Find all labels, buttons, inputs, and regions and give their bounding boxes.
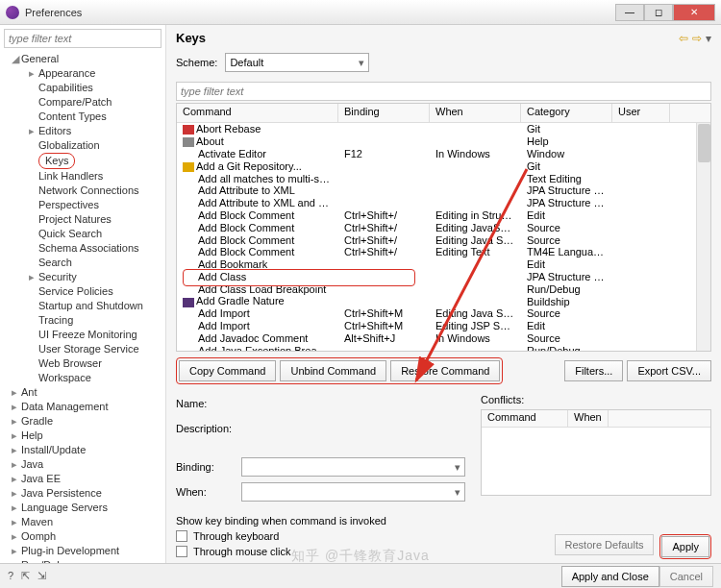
table-row[interactable]: Add Block CommentCtrl+Shift+/Editing in … — [177, 209, 710, 222]
table-row[interactable]: Add Attribute to XML and Map...JPA Struc… — [177, 197, 710, 209]
cancel-button[interactable]: Cancel — [659, 566, 713, 587]
unbind-command-button[interactable]: Unbind Command — [280, 360, 386, 381]
table-row[interactable]: Add BookmarkEdit — [177, 258, 710, 271]
table-row[interactable]: Add Block CommentCtrl+Shift+/Editing Tex… — [177, 246, 710, 258]
when-select[interactable]: ▾ — [241, 482, 465, 502]
apply-button[interactable]: Apply — [661, 536, 709, 557]
copy-command-button[interactable]: Copy Command — [179, 360, 276, 381]
description-label: Description: — [176, 423, 241, 434]
tree-item[interactable]: ◢General — [4, 52, 162, 66]
minimize-button[interactable] — [615, 4, 644, 21]
conflicts-table[interactable]: CommandWhen — [481, 409, 711, 496]
table-row[interactable]: Add a Git Repository...Git — [177, 159, 710, 172]
tree-item[interactable]: Network Connections — [4, 184, 162, 198]
tree-filter-input[interactable] — [4, 29, 162, 48]
col-binding[interactable]: Binding — [338, 104, 430, 122]
dialog-bottom-bar: ? ⇱ ⇲ Apply and Close Cancel — [0, 563, 721, 588]
close-button[interactable] — [673, 4, 715, 21]
maximize-button[interactable] — [644, 4, 673, 21]
col-category[interactable]: Category — [521, 104, 612, 122]
table-row[interactable]: Activate EditorF12In WindowsWindow — [177, 148, 710, 160]
tree-item[interactable]: Quick Search — [4, 227, 162, 241]
table-row[interactable]: Add all matches to multi-selectionText E… — [177, 172, 710, 184]
back-icon[interactable]: ⇦ — [679, 32, 688, 45]
tree-item[interactable]: Project Natures — [4, 212, 162, 227]
table-row[interactable]: Add ClassJPA Structure View — [177, 271, 710, 283]
through-mouse-checkbox[interactable] — [176, 546, 187, 557]
tree-item[interactable]: ▸Language Servers — [4, 501, 162, 515]
table-row[interactable]: Add Attribute to XMLJPA Structure View — [177, 184, 710, 197]
app-icon — [6, 6, 19, 19]
tree-item[interactable]: UI Freeze Monitoring — [4, 328, 162, 342]
export-csv-button[interactable]: Export CSV... — [627, 360, 711, 381]
scheme-label: Scheme: — [176, 57, 217, 68]
tree-item[interactable]: Link Handlers — [4, 169, 162, 184]
tree-item[interactable]: ▸Ant — [4, 385, 162, 400]
help-icon[interactable]: ? — [8, 570, 13, 582]
tree-item[interactable]: ▸Java — [4, 457, 162, 472]
restore-defaults-button[interactable]: Restore Defaults — [555, 534, 655, 555]
tree-item[interactable]: ▸Maven — [4, 515, 162, 529]
apply-and-close-button[interactable]: Apply and Close — [561, 566, 659, 587]
tree-item[interactable]: ▸Help — [4, 429, 162, 443]
scheme-select[interactable]: Default▾ — [225, 53, 369, 72]
col-user[interactable]: User — [612, 104, 670, 122]
page-title: Keys — [176, 31, 679, 45]
table-row[interactable]: Add Java Exception BreakpointRun/Debug — [177, 344, 710, 352]
tree-item[interactable]: ▸Install/Update — [4, 443, 162, 457]
table-scrollbar[interactable] — [696, 123, 710, 351]
tree-item[interactable]: Schema Associations — [4, 241, 162, 256]
filters-button[interactable]: Filters... — [564, 360, 623, 381]
table-row[interactable]: Add Block CommentCtrl+Shift+/Editing Jav… — [177, 233, 710, 246]
tree-item[interactable]: Startup and Shutdown — [4, 299, 162, 313]
table-row[interactable]: Add Javadoc CommentAlt+Shift+JIn Windows… — [177, 332, 710, 345]
tree-item[interactable]: ▸Gradle — [4, 414, 162, 429]
tree-item[interactable]: Tracing — [4, 313, 162, 328]
col-when[interactable]: When — [430, 104, 521, 122]
keys-table[interactable]: Command Binding When Category User Abort… — [176, 103, 711, 352]
through-keyboard-checkbox[interactable] — [176, 530, 187, 542]
tree-item[interactable]: ▸Java Persistence — [4, 486, 162, 501]
tree-item[interactable]: Keys — [4, 153, 162, 169]
window-title: Preferences — [25, 7, 615, 18]
restore-command-button[interactable]: Restore Command — [390, 360, 500, 381]
table-row[interactable]: Add Gradle NatureBuildship — [177, 295, 710, 307]
conflicts-label: Conflicts: — [481, 394, 711, 405]
tree-item[interactable]: User Storage Service — [4, 342, 162, 356]
command-filter-input[interactable] — [176, 82, 711, 101]
tree-item[interactable]: Capabilities — [4, 81, 162, 95]
menu-icon[interactable]: ▾ — [706, 32, 711, 45]
tree-item[interactable]: Service Policies — [4, 284, 162, 299]
table-row[interactable]: AboutHelp — [177, 135, 710, 148]
table-row[interactable]: Add ImportCtrl+Shift+MEditing JSP Source… — [177, 320, 710, 332]
table-row[interactable]: Add Class Load BreakpointRun/Debug — [177, 282, 710, 295]
export-icon[interactable]: ⇲ — [37, 570, 46, 582]
tree-item[interactable]: ▸Java EE — [4, 472, 162, 486]
tree-item[interactable]: Perspectives — [4, 198, 162, 212]
tree-item[interactable]: ▸Run/Debug — [4, 558, 162, 563]
page-content: Keys ⇦ ⇨ ▾ Scheme: Default▾ Command Bind… — [166, 25, 721, 563]
preference-tree[interactable]: ◢General▸AppearanceCapabilitiesCompare/P… — [4, 52, 162, 563]
import-icon[interactable]: ⇱ — [21, 570, 30, 582]
tree-item[interactable]: ▸Oomph — [4, 529, 162, 544]
tree-item[interactable]: Compare/Patch — [4, 95, 162, 110]
forward-icon[interactable]: ⇨ — [692, 32, 702, 45]
title-bar: Preferences — [0, 0, 721, 25]
tree-item[interactable]: Workspace — [4, 371, 162, 385]
tree-item[interactable]: ▸Security — [4, 270, 162, 284]
tree-item[interactable]: Content Types — [4, 110, 162, 124]
tree-item[interactable]: Web Browser — [4, 356, 162, 371]
table-row[interactable]: Add Block CommentCtrl+Shift+/Editing Jav… — [177, 221, 710, 233]
binding-label: Binding: — [176, 461, 241, 473]
table-row[interactable]: Add ImportCtrl+Shift+MEditing Java Sourc… — [177, 307, 710, 320]
when-label: When: — [176, 486, 241, 498]
binding-field[interactable]: ▾ — [241, 457, 465, 477]
tree-item[interactable]: ▸Appearance — [4, 66, 162, 81]
tree-item[interactable]: Search — [4, 256, 162, 270]
tree-item[interactable]: ▸Data Management — [4, 400, 162, 414]
tree-item[interactable]: ▸Editors — [4, 124, 162, 138]
col-command[interactable]: Command — [177, 104, 338, 122]
tree-item[interactable]: Globalization — [4, 138, 162, 153]
table-row[interactable]: Abort RebaseGit — [177, 123, 710, 135]
tree-item[interactable]: ▸Plug-in Development — [4, 544, 162, 558]
